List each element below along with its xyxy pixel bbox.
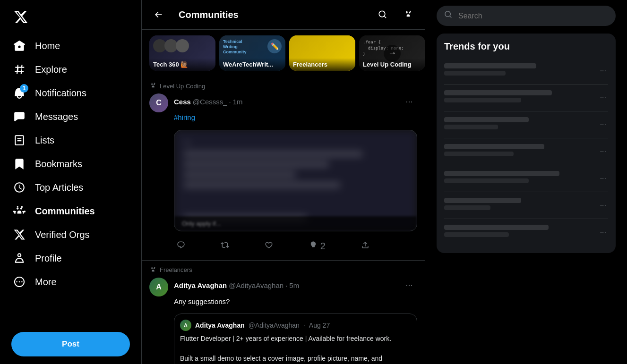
tweet-1-community-label: Level Up Coding [149,82,417,90]
sidebar-item-explore-label: Explore [35,64,67,75]
tweet-1-more-button[interactable]: ··· [401,93,417,110]
trend-item-1[interactable]: ··· [444,58,608,85]
quoted-text: Flutter Developer | 2+ years of experien… [180,334,411,364]
tweet-2-quoted[interactable]: A Aditya Avaghan @AdityaAvaghan · Aug 27… [174,313,417,364]
trend-item-5[interactable]: ··· [444,165,608,192]
post-button[interactable]: Post [11,332,130,356]
search-input[interactable] [458,12,608,20]
sidebar-item-notifications[interactable]: 1 Notifications [6,81,136,105]
tweet-2-text: Any suggestions? [174,296,417,307]
sidebar-item-bookmarks[interactable]: Bookmarks [6,152,136,176]
tweet-2: Freelancers A Aditya Avaghan @AdityaAvag… [142,261,425,364]
tweet-1-meta-top: Cess @Cessss_ · 1m ··· [174,93,417,110]
tweet-1-like-button[interactable] [262,238,276,254]
header-people-button[interactable] [399,6,417,24]
community-card-tech360[interactable]: Tech 360 🙋🏽 [149,35,215,71]
trend-2-more-button[interactable]: ··· [598,92,608,104]
tweet-1-views-button[interactable]: 2 [306,238,328,254]
sidebar-item-profile[interactable]: Profile [6,246,136,270]
sidebar-item-messages[interactable]: Messages [6,105,136,128]
header-icons [374,6,417,24]
messages-icon [13,110,26,123]
tweet-2-time: 5m [289,281,299,289]
trend-6-more-button[interactable]: ··· [598,199,608,212]
search-box[interactable] [437,6,616,26]
tweet-1-separator: · [229,98,231,106]
trends-title: Trends for you [444,41,608,52]
quoted-avatar: A [180,320,191,331]
community-card-levelup-label: Level Up Coding [359,58,425,71]
retweet-icon [221,241,229,252]
views-icon [309,241,318,252]
sidebar-item-verified-orgs[interactable]: Verified Orgs [6,223,136,246]
more-icon [13,276,26,288]
tweet-2-author-info: Aditya Avaghan @AdityaAvaghan · 5m [174,281,299,289]
sidebar-item-lists[interactable]: Lists [6,128,136,152]
back-button[interactable] [149,6,167,24]
trend-3-more-button[interactable]: ··· [598,119,608,131]
trend-5-more-button[interactable]: ··· [598,172,608,185]
quoted-line2: Built a small demo to select a cover ima… [180,355,393,364]
header-left: Communities [149,6,239,24]
sidebar-item-home[interactable]: Home [6,34,136,58]
right-sidebar: Trends for you ··· ··· ··· [425,0,627,364]
community-card-levelup[interactable]: .fear { display: none; } → Level Up Codi… [359,35,425,71]
tweet-1-share-button[interactable] [358,238,372,254]
main-feed: Communities Tech 360 🙋🏽 [142,0,425,364]
sidebar-item-communities-label: Communities [35,206,95,217]
sidebar-item-lists-label: Lists [35,135,54,146]
tweet-1-avatar[interactable]: C [149,93,168,112]
tweet-2-header: A Aditya Avaghan @AdityaAvaghan · 5m ···… [149,278,417,364]
trend-1-more-button[interactable]: ··· [598,65,608,77]
quoted-separator: · [303,322,305,329]
tweet-2-meta-top: Aditya Avaghan @AdityaAvaghan · 5m ··· [174,278,417,294]
home-icon [13,40,26,52]
header-search-button[interactable] [374,6,392,24]
tweet-1-community-name: Level Up Coding [160,83,205,90]
main-header: Communities [142,0,425,30]
x-logo[interactable] [6,4,136,32]
tweet-1-comment-button[interactable] [174,238,188,254]
tweet-1-retweet-button[interactable] [218,238,232,254]
trend-4-more-button[interactable]: ··· [598,145,608,158]
tweet-1-hashtag[interactable]: #hiring [174,113,195,121]
community-card-freelancers-label: Freelancers [289,58,355,71]
tweet-1-only-apply: Only apply if... [174,216,417,231]
sidebar-item-explore[interactable]: Explore [6,58,136,81]
tweet-1-author-info: Cess @Cessss_ · 1m [174,98,243,106]
sidebar-item-more[interactable]: More [6,270,136,294]
tweet-1-meta: Cess @Cessss_ · 1m ··· #hiring 7h [174,93,417,254]
bookmarks-icon [13,158,26,170]
tweet-2-more-button[interactable]: ··· [401,278,417,294]
tweet-1-image: 7h Only apply if... [174,130,417,231]
tweet-2-avatar[interactable]: A [149,278,168,296]
trend-item-3[interactable]: ··· [444,111,608,138]
trend-item-6[interactable]: ··· [444,192,608,219]
search-icon [444,10,453,21]
tweet-2-handle: @AdityaAvaghan [229,281,283,289]
communities-icon [13,205,26,217]
sidebar-item-top-articles-label: Top Articles [35,182,83,193]
trend-item-7[interactable]: ··· [444,219,608,245]
community-card-freelancers[interactable]: Freelancers [289,35,355,71]
tweet-2-community-label: Freelancers [149,266,417,274]
tweet-2-community-name: Freelancers [160,266,192,273]
community-card-techwrite-label: WeAreTechWrit... [219,58,285,71]
sidebar-item-profile-label: Profile [35,253,62,264]
quoted-author: A Aditya Avaghan @AdityaAvaghan · Aug 27 [180,320,411,331]
trend-7-more-button[interactable]: ··· [598,226,608,238]
trend-content-4 [444,144,598,159]
community-card-techwrite[interactable]: Technical Writing Community ✏️ WeAreTech… [219,35,285,71]
tweet-1-name[interactable]: Cess [174,98,191,106]
tweet-2-name[interactable]: Aditya Avaghan [174,281,227,289]
sidebar-item-top-articles[interactable]: Top Articles [6,176,136,199]
sidebar-item-communities[interactable]: Communities [6,199,136,223]
profile-icon [13,252,26,264]
trend-content-1 [444,63,598,78]
trend-item-2[interactable]: ··· [444,85,608,111]
sidebar-item-more-label: More [35,277,57,288]
sidebar-item-verified-orgs-label: Verified Orgs [35,229,90,240]
trend-item-4[interactable]: ··· [444,138,608,165]
quoted-handle: @AdityaAvaghan [249,322,300,329]
quoted-name: Aditya Avaghan [195,322,245,329]
